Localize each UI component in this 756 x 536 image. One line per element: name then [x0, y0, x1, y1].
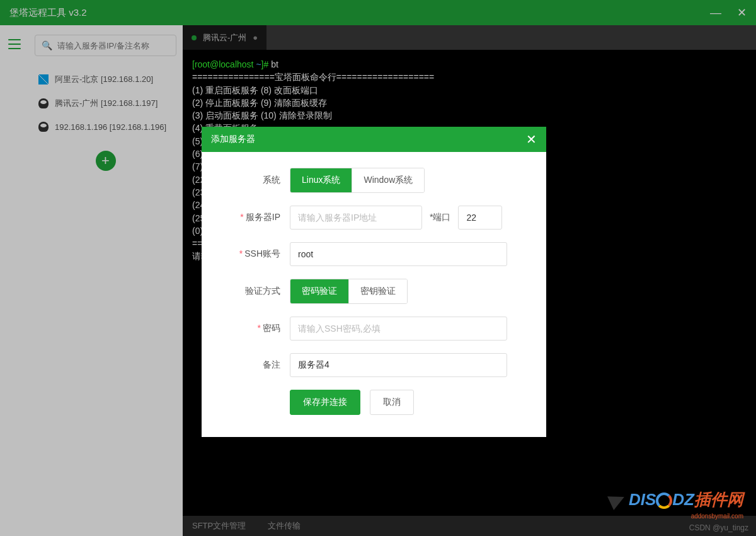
- sftp-button[interactable]: SFTP文件管理: [192, 520, 246, 532]
- auth-method-label: 验证方式: [227, 286, 290, 297]
- windows-icon: [38, 74, 49, 84]
- tab-close-icon[interactable]: ●: [253, 33, 258, 42]
- window-system-button[interactable]: Window系统: [352, 168, 424, 192]
- prompt-cmd: bt: [271, 59, 278, 69]
- status-dot-icon: [192, 35, 197, 40]
- ssh-account-label: *SSH账号: [227, 248, 290, 260]
- app-title: 堡塔远程工具 v3.2: [9, 7, 87, 19]
- modal-title: 添加服务器: [211, 134, 255, 145]
- password-label: *密码: [227, 323, 290, 334]
- prompt-path: ~: [256, 59, 261, 69]
- add-server-modal: 添加服务器 ✕ 系统 Linux系统 Window系统 *服务器IP *端口 *…: [202, 127, 546, 437]
- search-box[interactable]: 🔍: [35, 35, 176, 56]
- password-input[interactable]: [290, 317, 507, 341]
- close-button[interactable]: ✕: [737, 6, 747, 20]
- remark-input[interactable]: [290, 353, 507, 377]
- prompt-user: [root@localhost: [192, 59, 256, 69]
- brand-watermark: DISDZ插件网 addonsbymail.com: [610, 489, 743, 511]
- minimize-button[interactable]: —: [710, 6, 721, 20]
- server-item[interactable]: 腾讯云-广州 [192.168.1.197]: [35, 91, 176, 115]
- password-auth-button[interactable]: 密码验证: [290, 279, 349, 303]
- port-input[interactable]: [458, 206, 502, 230]
- sidebar: 🔍 阿里云-北京 [192.168.1.20] 腾讯云-广州 [192.168.…: [28, 25, 183, 536]
- server-item[interactable]: 192.168.1.196 [192.168.1.196]: [35, 115, 176, 138]
- server-item[interactable]: 阿里云-北京 [192.168.1.20]: [35, 67, 176, 91]
- linux-icon: [38, 122, 49, 132]
- tabs: 腾讯云-广州 ●: [183, 25, 756, 50]
- add-server-button[interactable]: +: [96, 151, 116, 171]
- server-label: 腾讯云-广州 [192.168.1.197]: [55, 98, 158, 109]
- cursor-icon: [607, 490, 627, 510]
- cancel-button[interactable]: 取消: [370, 390, 414, 415]
- terminal-line: (3) 启动面板服务 (10) 清除登录限制: [192, 109, 747, 122]
- search-icon: 🔍: [42, 40, 52, 50]
- server-ip-input[interactable]: [290, 206, 422, 230]
- watermark: CSDN @yu_tingz: [689, 523, 748, 532]
- key-auth-button[interactable]: 密钥验证: [349, 279, 407, 303]
- linux-icon: [38, 98, 49, 108]
- linux-system-button[interactable]: Linux系统: [290, 168, 352, 192]
- transfer-button[interactable]: 文件传输: [268, 520, 301, 532]
- terminal-line: ================宝塔面板命令行=================…: [192, 71, 747, 83]
- port-label: *端口: [430, 212, 450, 223]
- tab[interactable]: 腾讯云-广州 ●: [183, 25, 266, 50]
- search-input[interactable]: [57, 41, 169, 50]
- ring-icon: [656, 492, 672, 509]
- server-label: 阿里云-北京 [192.168.1.20]: [55, 74, 153, 85]
- terminal-line: (1) 重启面板服务 (8) 改面板端口: [192, 84, 747, 96]
- terminal-line: (2) 停止面板服务 (9) 清除面板缓存: [192, 96, 747, 109]
- system-label: 系统: [227, 175, 290, 186]
- ssh-account-input[interactable]: [290, 242, 507, 266]
- modal-close-icon[interactable]: ✕: [526, 132, 537, 147]
- save-connect-button[interactable]: 保存并连接: [290, 390, 360, 415]
- menu-icon[interactable]: [8, 39, 21, 49]
- tab-label: 腾讯云-广州: [203, 32, 246, 44]
- server-ip-label: *服务器IP: [227, 212, 290, 223]
- prompt-end: ]#: [261, 59, 272, 69]
- server-label: 192.168.1.196 [192.168.1.196]: [55, 122, 166, 132]
- bottombar: SFTP文件管理 文件传输: [183, 516, 756, 536]
- remark-label: 备注: [227, 359, 290, 371]
